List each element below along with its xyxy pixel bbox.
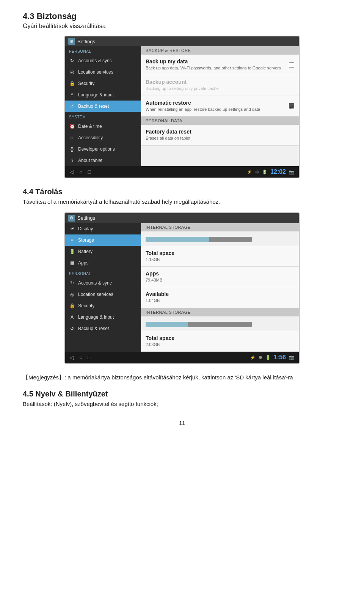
backup-restore-header: BACKUP & RESTORE — [141, 46, 299, 55]
sidebar-storage-2[interactable]: ≡ Storage — [65, 234, 141, 246]
recent-nav-icon-2[interactable]: □ — [88, 354, 91, 360]
sidebar-label: Location services — [78, 292, 113, 297]
topbar-2: ⚙ Settings — [65, 213, 299, 223]
personal-header-1: PERSONAL — [65, 46, 141, 55]
app-title-1: Settings — [77, 39, 95, 44]
automatic-restore-item[interactable]: Automatic restore When reinstalling an a… — [141, 96, 299, 116]
sidebar-security-1[interactable]: 🔒 Security — [65, 78, 141, 89]
sidebar-label: Developer options — [78, 146, 115, 152]
sidebar-label: Battery — [78, 249, 93, 254]
sidebar-accounts-2[interactable]: ↻ Accounts & sync — [65, 277, 141, 289]
sidebar-developer-1[interactable]: {} Developer options — [65, 143, 141, 155]
storage-bar-fill-1 — [146, 237, 209, 242]
total-space-value-1: 1.15GB — [146, 257, 294, 263]
location-icon: ◎ — [69, 69, 75, 75]
tablet-body-1: PERSONAL ↻ Accounts & sync ◎ Location se… — [65, 46, 299, 166]
sidebar-accounts-sync-1[interactable]: ↻ Accounts & sync — [65, 55, 141, 66]
sidebar-apps-2[interactable]: ▦ Apps — [65, 257, 141, 269]
battery-icon: 🔋 — [69, 249, 75, 255]
home-nav-icon-2[interactable]: ○ — [79, 354, 82, 360]
nav-icons-2: ◁ ○ □ — [70, 354, 91, 360]
sidebar-label: Security — [78, 303, 94, 308]
sidebar-datetime-1[interactable]: ⏰ Date & time — [65, 121, 141, 132]
available-item-1: Available 1.04GB — [141, 287, 299, 308]
sync-icon-2: ↻ — [69, 280, 75, 286]
section-43-subtitle: Gyári beállítások visszaállítása — [23, 23, 341, 30]
sidebar-label: Language & input — [78, 315, 114, 320]
accessibility-icon: ☞ — [69, 135, 75, 141]
backup-icon: ↺ — [69, 103, 75, 109]
factory-reset-item[interactable]: Factory data reset Erases all data on ta… — [141, 125, 299, 145]
lock-icon-2: 🔒 — [69, 303, 75, 309]
back-nav-icon[interactable]: ◁ — [70, 169, 74, 175]
developer-icon: {} — [69, 146, 75, 152]
settings-icon-1: ⚙ — [68, 38, 75, 45]
automatic-restore-checkbox[interactable]: ✓ — [289, 103, 294, 109]
topbar-1: ⚙ Settings — [65, 36, 299, 46]
apps-value-1: 79.43MB — [146, 277, 294, 283]
usb-icon: ⚡ — [247, 170, 252, 175]
sidebar-label: Display — [78, 226, 93, 231]
nav-icons-1: ◁ ○ □ — [70, 169, 91, 175]
sidebar-backup-1[interactable]: ↺ Backup & reset — [65, 101, 141, 112]
app-title-2: Settings — [77, 215, 95, 221]
note-block: 【Megjegyzés】: a memóriakártya biztonságo… — [23, 373, 341, 382]
sidebar-about-1[interactable]: ℹ About tablet — [65, 155, 141, 166]
section-44-heading: 4.4 Tárolás — [23, 187, 341, 196]
time-display-2: 1:56 — [274, 354, 286, 361]
display-icon: ☀ — [69, 226, 75, 232]
sidebar-battery-2[interactable]: 🔋 Battery — [65, 246, 141, 257]
backup-icon-2: ↺ — [69, 326, 75, 332]
sidebar-language-1[interactable]: A Language & input — [65, 89, 141, 101]
automatic-restore-title: Automatic restore — [146, 100, 260, 106]
screenshot-backup-reset: ⚙ Settings PERSONAL ↻ Accounts & sync ◎ … — [64, 36, 300, 178]
internal-storage-header-2: INTERNAL STORAGE — [141, 308, 299, 316]
tablet-body-2: ☀ Display ≡ Storage 🔋 Battery ▦ Apps PER… — [65, 223, 299, 352]
backup-account-title: Backup account — [146, 79, 294, 85]
lock-icon: 🔒 — [69, 80, 75, 87]
storage-bar-1 — [146, 237, 252, 242]
battery-status-icon: 🔋 — [262, 170, 267, 175]
sidebar-1: PERSONAL ↻ Accounts & sync ◎ Location se… — [65, 46, 141, 166]
backup-account-item: Backup account Backing up to debug-only … — [141, 75, 299, 96]
back-nav-icon-2[interactable]: ◁ — [70, 354, 74, 360]
note-text: 【Megjegyzés】: a memóriakártya biztonságo… — [23, 374, 293, 381]
storage-bar-2 — [146, 322, 252, 327]
apps-label-1: Apps — [146, 271, 294, 277]
sidebar-label: Backup & reset — [78, 326, 109, 331]
storage-icon-sidebar: ≡ — [69, 237, 75, 243]
sidebar-backup-2[interactable]: ↺ Backup & reset — [65, 323, 141, 334]
section-44-body: Távolítsa el a memóriakártyát a felhaszn… — [23, 198, 341, 206]
sidebar-language-2[interactable]: A Language & input — [65, 311, 141, 323]
available-value-1: 1.04GB — [146, 298, 294, 304]
total-space-value-2: 2.08GB — [146, 342, 294, 348]
personal-header-2: PERSONAL — [65, 269, 141, 277]
factory-reset-title: Factory data reset — [146, 129, 294, 135]
backup-my-data-item[interactable]: Back up my data Back up app data, Wi-Fi … — [141, 55, 299, 75]
bottombar-2: ◁ ○ □ ⚡ ⚙ 🔋 1:56 📷 — [65, 352, 299, 363]
sidebar-accessibility-1[interactable]: ☞ Accessibility — [65, 132, 141, 143]
total-space-label-1: Total space — [146, 250, 294, 256]
sidebar-2: ☀ Display ≡ Storage 🔋 Battery ▦ Apps PER… — [65, 223, 141, 352]
backup-my-data-title: Back up my data — [146, 58, 281, 64]
sidebar-label: Accounts & sync — [78, 280, 112, 286]
section-45-heading: 4.5 Nyelv & Billentyűzet — [23, 390, 341, 398]
personal-data-header: PERSONAL DATA — [141, 116, 299, 125]
internal-storage-header-1: INTERNAL STORAGE — [141, 223, 299, 231]
sidebar-label: Accounts & sync — [78, 58, 112, 63]
status-icons-1: ⚡ ⚙ 🔋 12:02 📷 — [247, 168, 294, 175]
settings-status-icon: ⚙ — [255, 170, 259, 175]
sidebar-location-1[interactable]: ◎ Location services — [65, 66, 141, 78]
settings-icon-2: ⚙ — [68, 215, 75, 222]
home-nav-icon[interactable]: ○ — [79, 169, 82, 175]
section-45-body: Beállítások: (Nyelv), szövegbevitel és s… — [23, 400, 341, 409]
sync-icon: ↻ — [69, 58, 75, 64]
sidebar-location-2[interactable]: ◎ Location services — [65, 289, 141, 300]
storage-icon: 📷 — [289, 170, 294, 175]
sidebar-display-2[interactable]: ☀ Display — [65, 223, 141, 234]
sidebar-label: Storage — [78, 238, 94, 243]
recent-nav-icon[interactable]: □ — [88, 169, 91, 175]
backup-my-data-checkbox[interactable] — [289, 62, 294, 68]
storage-icon-2: 📷 — [289, 355, 294, 360]
sidebar-security-2[interactable]: 🔒 Security — [65, 300, 141, 311]
